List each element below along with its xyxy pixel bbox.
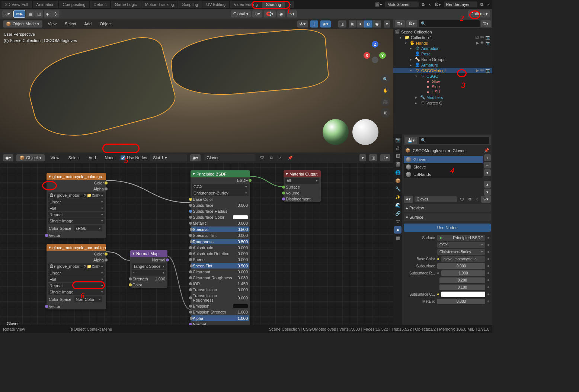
bsdf-clearcoat[interactable]: Clearcoat0.000 xyxy=(191,269,250,275)
outliner-item-csgomotogl[interactable]: ▾▽CSGOMotogl▶👁📷 xyxy=(393,68,492,73)
shading-options-icon[interactable]: ▾ xyxy=(384,20,390,28)
scene-close-icon[interactable]: × xyxy=(427,1,432,7)
bsdf-emission-strength[interactable]: Emission Strength1.000 xyxy=(191,309,250,315)
shield-icon[interactable]: 🛡 xyxy=(259,155,266,161)
material-browse-icon[interactable]: ◉▾ xyxy=(190,154,201,161)
workspace-tab-scripting[interactable]: Scripting xyxy=(178,1,202,8)
add-workspace-button[interactable]: + xyxy=(285,1,294,8)
tab-texture[interactable]: ▦ xyxy=(394,234,402,242)
transform-mode-icon-3[interactable]: ◈ xyxy=(44,10,51,17)
preview-panel-header[interactable]: ▸ Preview xyxy=(404,204,491,212)
select-tool-icon[interactable]: ▭▶ xyxy=(14,10,25,17)
slot-menu-icon[interactable]: ▾ xyxy=(484,169,491,176)
outliner-item-glov[interactable]: ●Glov xyxy=(393,79,492,84)
layer-copy-icon[interactable]: ⧉ xyxy=(479,1,485,8)
normal-map-node[interactable]: ▾Normal Map Normal Tangent Space • Stren… xyxy=(130,250,167,288)
proportional-icon[interactable]: ◉ xyxy=(277,10,285,17)
tab-viewlayer[interactable]: 🖼 xyxy=(394,152,402,160)
viewport-menu-add[interactable]: Add xyxy=(81,20,95,27)
mat-unlink-icon[interactable]: × xyxy=(474,196,480,202)
prop-subsurface-c-[interactable]: Subsurface C... xyxy=(404,291,491,298)
prop-base-color[interactable]: Base Colorglove_motorcycle_c... xyxy=(404,256,491,263)
workspace-tab-default[interactable]: Default xyxy=(90,1,111,8)
3d-viewport[interactable]: 📦 Object Mode ▾ ViewSelectAddObject 👁▾ ⊹… xyxy=(0,19,393,152)
bsdf-specular[interactable]: Specular0.500 xyxy=(191,226,249,232)
viewport-menu-object[interactable]: Object xyxy=(97,20,115,27)
outliner-filter-icon[interactable]: ▽▾ xyxy=(481,20,491,27)
extension-dropdown[interactable]: Repeat xyxy=(48,283,105,289)
curve-icon[interactable]: ∿▾ xyxy=(287,10,297,17)
slot-up-icon[interactable]: ▴ xyxy=(484,181,491,188)
editor-type-icon[interactable]: ◉▾ xyxy=(3,154,13,161)
shader-node-editor[interactable]: ◉▾ 📦 Object ▾ ViewSelectAddNode Use Node… xyxy=(0,152,393,330)
slot-down-icon[interactable]: ▾ xyxy=(484,189,491,196)
remove-slot-button[interactable]: − xyxy=(484,162,491,168)
tab-constraint[interactable]: 🔗 xyxy=(394,210,402,217)
outliner-item-bone-groups[interactable]: ▸🦴Bone Groups xyxy=(393,57,492,62)
workspace-tab-uv-editing[interactable]: UV Editing xyxy=(202,1,229,8)
tab-material[interactable]: ● xyxy=(394,226,402,234)
tab-render[interactable]: 📷 xyxy=(394,136,402,144)
mode-dropdown[interactable]: 📦 Object Mode ▾ xyxy=(3,20,42,28)
xray-icon[interactable]: ◫ xyxy=(338,20,346,28)
bsdf-clearcoat-roughness[interactable]: Clearcoat Roughness0.030 xyxy=(191,275,250,281)
perspective-icon[interactable]: ⊞ xyxy=(381,108,390,118)
props-search-input[interactable]: 🔍 xyxy=(419,137,489,144)
tab-physics[interactable]: 🌊 xyxy=(394,202,402,209)
outliner-item-ush[interactable]: ●USH xyxy=(393,89,492,94)
principled-bsdf-node[interactable]: ▾Principled BSDF BSDF GGX Christensen-Bu… xyxy=(191,170,250,330)
bsdf-ior[interactable]: IOR1.450 xyxy=(191,281,250,287)
bsdf-anisotropic-rotation[interactable]: Anisotropic Rotation0.000 xyxy=(191,251,250,257)
material-slot-list[interactable]: GlovesSleeveUSHands xyxy=(404,156,483,178)
image-browse-field[interactable]: 🖼▾ glove_motor...2 📁⧉▦× xyxy=(48,192,105,199)
workspace-tab-shading[interactable]: Shading xyxy=(262,1,285,8)
snap-icon[interactable]: 🧲▾ xyxy=(264,10,276,17)
slot-dropdown[interactable]: Slot 1 ▾ xyxy=(150,154,187,161)
scene-collection-label[interactable]: Scene Collection xyxy=(401,30,432,34)
bsdf-subsurface-color[interactable]: Subsurface Color xyxy=(191,214,250,220)
material-slot-gloves[interactable]: Gloves xyxy=(404,156,483,163)
prop-subsurface-r--1[interactable]: 0.200 xyxy=(404,277,491,284)
node-menu-add[interactable]: Add xyxy=(86,154,99,161)
overlay-toggle-icon[interactable]: ◉▾ xyxy=(320,20,331,28)
source-dropdown[interactable]: Single Image xyxy=(48,218,105,224)
interp-dropdown[interactable]: Linear xyxy=(48,270,105,276)
bsdf-sheen-tint[interactable]: Sheen Tint0.500 xyxy=(191,263,249,269)
material-slot-sleeve[interactable]: Sleeve xyxy=(404,163,483,171)
options-dropdown[interactable]: Options ▾ xyxy=(468,10,490,17)
pivot-icon[interactable]: ⊙▾ xyxy=(252,10,262,17)
nav-gizmo[interactable]: Z Y X xyxy=(364,41,386,63)
node-menu-node[interactable]: Node xyxy=(102,154,118,161)
use-nodes-checkbox[interactable]: Use Nodes xyxy=(121,155,147,160)
surface-shader-dropdown[interactable]: ● Principled BSDF xyxy=(437,235,485,241)
prop-metallic[interactable]: Metallic0.000 xyxy=(404,298,491,305)
source-dropdown[interactable]: Single Image xyxy=(48,289,105,295)
outliner-item-vertex-g[interactable]: ▸⊞Vertex G xyxy=(393,100,492,106)
image-texture-node-normal[interactable]: ▾glove_motorcycle_normal.tga Color Alpha… xyxy=(47,244,106,309)
bsdf-base-color[interactable]: Base Color xyxy=(191,196,250,202)
image-texture-node-color[interactable]: ▾glove_motorcycle_color.tga Color Alpha … xyxy=(47,173,106,238)
node-menu-select[interactable]: Select xyxy=(65,154,83,161)
props-type-icon[interactable]: 💾▾ xyxy=(405,137,417,144)
tab-world[interactable]: 🌐 xyxy=(394,169,402,176)
shading-rendered-icon[interactable]: ◉ xyxy=(373,20,381,28)
cursor-tool-icon[interactable]: ⊕▾ xyxy=(2,10,12,17)
projection-dropdown[interactable]: Flat xyxy=(48,205,105,211)
transform-mode-icon-4[interactable]: ⬡ xyxy=(51,10,60,17)
shading-solid-icon[interactable]: ● xyxy=(357,20,364,28)
workspace-tab-video-editing[interactable]: Video Editing xyxy=(230,1,262,8)
outliner-item-hands[interactable]: ▾🖐Hands▶👁📷 xyxy=(393,40,492,46)
viewport-menu-view[interactable]: View xyxy=(45,20,60,27)
workspace-tab-game-logic[interactable]: Game Logic xyxy=(111,1,140,8)
outliner-item-pose[interactable]: 👤Pose xyxy=(393,51,492,57)
scene-copy-icon[interactable]: ⧉ xyxy=(420,1,426,8)
tab-object[interactable]: 📦 xyxy=(394,177,402,184)
material-name-field[interactable]: Gloves xyxy=(204,154,256,161)
mat-copy-icon[interactable]: ⧉ xyxy=(467,196,473,202)
prop-subsurface[interactable]: Subsurface0.000 xyxy=(404,263,491,270)
shader-type-dropdown[interactable]: 📦 Object ▾ xyxy=(16,154,45,161)
tab-modifier[interactable]: 🔧 xyxy=(394,185,402,193)
material-output-node[interactable]: ▾Material Output All Surface Volume Disp… xyxy=(284,170,321,202)
outliner-search-input[interactable]: 🔍 xyxy=(419,20,480,27)
surface-panel-header[interactable]: ▾ Surface xyxy=(404,213,491,221)
